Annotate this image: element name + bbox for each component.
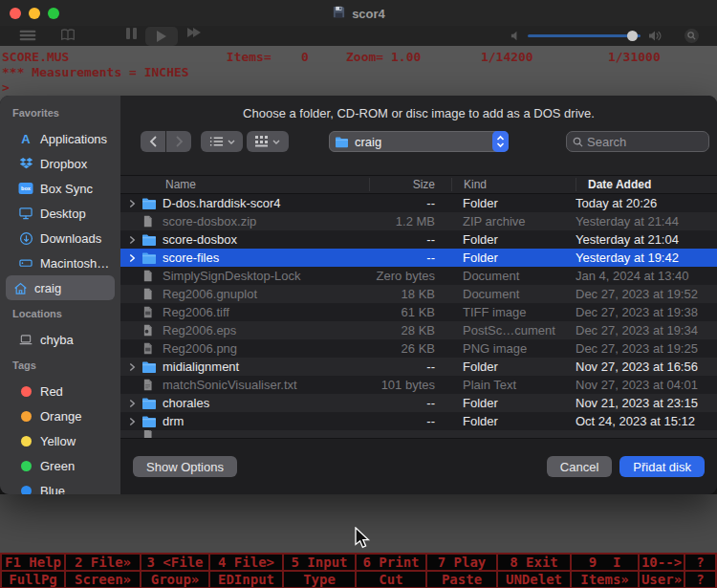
fkey-7-play[interactable]: 7 Play [426, 554, 497, 571]
disclosure-chevron-icon[interactable] [129, 417, 141, 426]
sidebar-item-desktop[interactable]: Desktop [6, 201, 115, 226]
disclosure-chevron-icon[interactable] [129, 235, 141, 245]
location-popup[interactable]: craig [329, 131, 509, 152]
file-row-drm[interactable]: drm--FolderOct 24, 2023 at 15:12 [120, 412, 717, 430]
fkey-9-i[interactable]: 9 I [571, 554, 639, 571]
search-toolbar-icon[interactable] [684, 29, 699, 43]
applications-icon: A [18, 131, 33, 146]
file-kind: Folder [451, 232, 576, 247]
file-row-d-dos-harddisk-scor4[interactable]: D-dos.harddisk-scor4--FolderToday at 20:… [120, 194, 717, 212]
volume-slider-knob[interactable] [627, 31, 638, 41]
column-header-size[interactable]: Size [369, 178, 451, 191]
disclosure-chevron-icon[interactable] [129, 253, 141, 263]
file-row-midialignment[interactable]: midialignment--FolderNov 27, 2023 at 16:… [120, 358, 717, 376]
fkey-4-file[interactable]: 4 File> [209, 554, 283, 571]
file-row-score-dosbox[interactable]: score-dosbox--FolderYesterday at 21:04 [120, 230, 717, 249]
fkey-cut[interactable]: Cut [356, 571, 426, 588]
sidebar-item-green[interactable]: Green [6, 453, 115, 478]
image-icon [141, 305, 157, 320]
sidebar-item-box-sync[interactable]: boxBox Sync [6, 176, 115, 201]
file-row-chorales[interactable]: chorales--FolderNov 21, 2023 at 23:15 [120, 394, 717, 412]
file-row-reg2006-tiff[interactable]: Reg2006.tiff61 KBTIFF imageDec 27, 2023 … [120, 303, 717, 321]
disclosure-chevron-icon[interactable] [129, 199, 141, 208]
column-header-name[interactable]: Name [120, 178, 369, 191]
sidebar-item-blue[interactable]: Blue [6, 478, 115, 494]
sidebar-item-dropbox[interactable]: Dropbox [6, 151, 115, 176]
fkey-items[interactable]: Items» [571, 571, 639, 588]
sidebar-item-yellow[interactable]: Yellow [6, 428, 115, 453]
file-date: Nov 21, 2023 at 23:15 [576, 396, 717, 410]
eps-icon [141, 323, 157, 338]
search-input[interactable] [587, 135, 692, 149]
search-field[interactable] [566, 131, 709, 152]
sidebar-item-label: Yellow [40, 434, 76, 448]
forward-button[interactable] [166, 131, 191, 152]
sidebar-item-label: Box Sync [40, 182, 93, 196]
sidebar-item-applications[interactable]: AApplications [6, 126, 115, 151]
file-size: Zero bytes [369, 269, 451, 283]
fkey-5-input[interactable]: 5 Input [283, 554, 356, 571]
chevron-down-icon [272, 140, 280, 144]
sidebar-item-macintosh[interactable]: Macintosh… [6, 250, 115, 275]
fkey-group[interactable]: Group» [141, 571, 209, 588]
file-row-item[interactable] [120, 430, 717, 438]
fkey-8-exit[interactable]: 8 Exit [497, 554, 571, 571]
column-header-date-added[interactable]: Date Added [576, 178, 717, 191]
fkey-q[interactable]: ? [684, 571, 716, 588]
fkey-10[interactable]: 10--> [639, 554, 684, 571]
sidebar-item-chyba[interactable]: chyba [6, 327, 115, 352]
pause-button[interactable] [124, 28, 138, 39]
sidebar-item-label: Dropbox [40, 157, 87, 171]
file-kind: ZIP archive [451, 214, 576, 229]
disclosure-chevron-icon[interactable] [129, 399, 141, 408]
fkey-fullpg[interactable]: FullPg [1, 571, 65, 588]
book-icon[interactable] [59, 28, 76, 42]
file-row-score-dosbox-zip[interactable]: score-dosbox.zip1.2 MBZIP archiveYesterd… [120, 212, 717, 230]
fkey-screen[interactable]: Screen» [65, 571, 141, 588]
play-button[interactable] [145, 27, 178, 46]
disclosure-chevron-icon[interactable] [129, 362, 141, 372]
sidebar-item-downloads[interactable]: Downloads [6, 226, 115, 250]
sidebar-item-craig[interactable]: craig [6, 275, 115, 300]
menu-icon[interactable] [19, 28, 36, 43]
document-icon [141, 430, 157, 438]
image-icon [141, 341, 157, 357]
fkey-edinput[interactable]: EDInput [209, 571, 283, 588]
file-row-simplysigndesktop-lock[interactable]: SimplySignDesktop-LockZero bytesDocument… [120, 267, 717, 285]
fkey-2-file[interactable]: 2 File» [65, 554, 141, 571]
fkey-user[interactable]: User» [639, 571, 684, 588]
column-header-kind[interactable]: Kind [451, 178, 576, 191]
list-view-button[interactable] [201, 131, 243, 152]
fkey-paste[interactable]: Paste [426, 571, 497, 588]
fkey-f1-help[interactable]: F1 Help [1, 554, 65, 571]
back-button[interactable] [141, 131, 165, 152]
fkey-type[interactable]: Type [283, 571, 356, 588]
sidebar-item-red[interactable]: Red [6, 379, 115, 403]
show-options-button[interactable]: Show Options [133, 456, 237, 477]
list-view-icon [209, 136, 224, 147]
sidebar-item-label: Applications [40, 132, 107, 146]
volume-slider[interactable] [528, 34, 641, 37]
file-row-score-files[interactable]: score-files--FolderYesterday at 19:42 [120, 249, 717, 267]
fkey-q[interactable]: ? [684, 554, 716, 571]
file-date: Oct 24, 2023 at 15:12 [576, 414, 717, 428]
add-disk-button[interactable]: Přidat disk [619, 456, 705, 477]
file-name: chorales [163, 396, 209, 410]
file-row-matchsonicvisualiser-txt[interactable]: matchSonicVisualiser.txt101 bytesPlain T… [120, 376, 717, 394]
file-kind: Folder [451, 414, 576, 428]
dialog-sidebar: FavoritesAApplicationsDropboxboxBox Sync… [0, 96, 120, 494]
file-row-reg2006-png[interactable]: Reg2006.png26 KBPNG imageDec 27, 2023 at… [120, 339, 717, 358]
fast-forward-button[interactable] [187, 28, 201, 37]
file-row-reg2006-gnuplot[interactable]: Reg2006.gnuplot18 KBDocumentDec 27, 2023… [120, 285, 717, 303]
file-date: Nov 27, 2023 at 04:01 [576, 378, 717, 392]
sidebar-item-label: Downloads [40, 231, 101, 246]
group-view-button[interactable] [247, 131, 289, 152]
sidebar-item-orange[interactable]: Orange [6, 403, 115, 428]
function-key-bar: F1 Help2 File»3 <File4 File>5 Input6 Pri… [0, 553, 717, 588]
file-row-reg2006-eps[interactable]: Reg2006.eps28 KBPostSc…cumentDec 27, 202… [120, 321, 717, 339]
fkey-3-file[interactable]: 3 <File [141, 554, 209, 571]
document-icon [141, 287, 157, 302]
fkey-6-print[interactable]: 6 Print [356, 554, 426, 571]
fkey-undelet[interactable]: UNDelet [497, 571, 571, 588]
cancel-button[interactable]: Cancel [547, 456, 612, 477]
